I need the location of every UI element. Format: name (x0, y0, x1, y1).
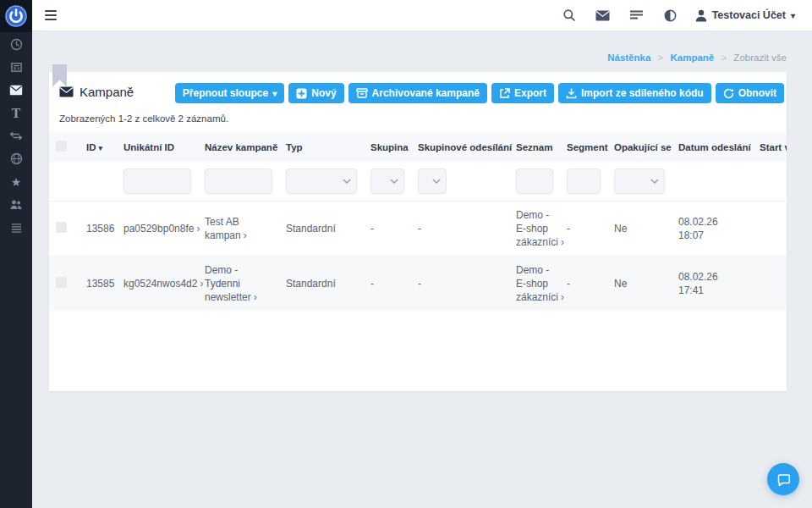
task-list-icon (629, 10, 644, 20)
column-header-segment[interactable]: Segment (560, 132, 607, 162)
archived-campaigns-button[interactable]: Archivované kampaně (348, 83, 487, 103)
campaigns-table: ID▾ Unikátní ID Název kampaně Typ Skupin… (49, 132, 787, 311)
envelope-icon (9, 85, 23, 96)
row-checkbox[interactable] (56, 277, 67, 288)
card-header: Kampaně Přepnout sloupce ▾ Nový Archivov… (49, 72, 787, 110)
chat-bubble-icon (776, 472, 792, 488)
sidebar-item-favorites[interactable]: ★ (0, 170, 32, 193)
campaigns-table-wrap: ID▾ Unikátní ID Název kampaně Typ Skupin… (49, 132, 787, 311)
export-button[interactable]: Export (491, 83, 554, 103)
sidebar-item-dashboard[interactable] (0, 33, 32, 56)
breadcrumb-current: Zobrazit vše (733, 52, 787, 63)
column-header-list[interactable]: Seznam (509, 132, 560, 162)
cell-group: - (364, 257, 411, 312)
sidebar-nav: T ★ (0, 32, 32, 239)
table-row: 13586 pa0529bp0n8fe› Test AB kampan› Sta… (49, 202, 787, 257)
column-header-name[interactable]: Název kampaně (198, 132, 279, 162)
envelope-icon (59, 86, 74, 97)
filter-recurring-select[interactable] (614, 168, 665, 194)
clock-icon (10, 38, 23, 51)
chevron-right-icon: › (200, 278, 203, 290)
filter-type-select[interactable] (286, 168, 357, 194)
sidebar-item-transfers[interactable] (0, 124, 32, 147)
cell-recurring: Ne (607, 257, 672, 312)
cell-id: 13585 (80, 257, 117, 312)
column-header-start[interactable]: Start v (753, 132, 787, 162)
refresh-button[interactable]: Obnovit (716, 83, 784, 103)
sidebar-item-pages[interactable] (0, 56, 32, 79)
chat-button[interactable] (767, 463, 799, 495)
sidebar: T ★ (0, 0, 32, 508)
import-shared-code-button[interactable]: Import ze sdíleného kódu (558, 83, 711, 103)
new-campaign-button[interactable]: Nový (288, 83, 343, 103)
account-menu[interactable]: Testovaci Účet ▾ (695, 9, 795, 22)
breadcrumb-home[interactable]: Nástěnka (607, 52, 650, 63)
column-header-recurring[interactable]: Opakující se (607, 132, 672, 162)
cell-campaign-name-link[interactable]: Demo - Tydenni newsletter› (205, 264, 257, 303)
cell-unique-id-link[interactable]: kg0524nwos4d2› (123, 278, 203, 290)
breadcrumb-section[interactable]: Kampaně (670, 52, 714, 63)
caret-down-icon: ▾ (791, 11, 795, 20)
import-icon (566, 88, 577, 99)
filter-list-input[interactable] (516, 168, 553, 194)
chevron-down-icon (390, 179, 398, 184)
sidebar-item-lists[interactable] (0, 216, 32, 239)
sort-desc-icon: ▾ (99, 144, 103, 152)
filter-unique-id-input[interactable] (123, 168, 191, 194)
table-row: 13585 kg0524nwos4d2› Demo - Tydenni news… (49, 257, 787, 312)
list-icon (10, 223, 23, 233)
account-name: Testovaci Účet (712, 9, 786, 21)
plus-icon (296, 88, 307, 99)
cell-campaign-name-link[interactable]: Test AB kampan› (205, 216, 247, 241)
column-header-type[interactable]: Typ (279, 132, 364, 162)
filter-row (49, 162, 787, 202)
filter-group-sending-select[interactable] (418, 168, 447, 194)
breadcrumb-separator: > (654, 52, 668, 63)
chevron-down-icon (432, 179, 441, 184)
chevron-right-icon: › (254, 291, 257, 303)
star-icon: ★ (11, 176, 22, 188)
filter-group-select[interactable] (370, 168, 404, 194)
transfer-arrows-icon (9, 130, 23, 141)
caret-down-icon: ▾ (272, 89, 277, 98)
chevron-right-icon: › (561, 291, 564, 303)
cell-sent-date: 08.02.26 17:41 (672, 257, 753, 312)
filter-name-input[interactable] (205, 168, 272, 194)
cell-type: Standardní (279, 202, 364, 257)
text-icon: T (12, 108, 20, 119)
contrast-button[interactable] (661, 6, 680, 25)
messages-button[interactable] (594, 6, 612, 25)
filter-segment-input[interactable] (567, 168, 601, 194)
select-all-checkbox[interactable] (56, 141, 67, 152)
cell-list-link[interactable]: Demo - E-shop zákazníci› (516, 264, 564, 303)
column-header-id[interactable]: ID▾ (80, 132, 117, 162)
search-button[interactable] (560, 6, 579, 25)
column-header-group[interactable]: Skupina (364, 132, 411, 162)
menu-toggle-button[interactable] (45, 10, 57, 20)
newspaper-icon (10, 61, 23, 74)
chevron-right-icon: › (244, 229, 247, 241)
sidebar-item-web[interactable] (0, 147, 32, 170)
table-header-row: ID▾ Unikátní ID Název kampaně Typ Skupin… (49, 132, 787, 162)
toggle-columns-button[interactable]: Přepnout sloupce ▾ (175, 83, 284, 103)
cell-type: Standardní (279, 257, 364, 312)
toolbar: Přepnout sloupce ▾ Nový Archivované kamp… (175, 83, 784, 103)
column-header-sent-date[interactable]: Datum odeslání (672, 132, 753, 162)
column-header-group-sending[interactable]: Skupinové odesílání (411, 132, 509, 162)
hamburger-icon (45, 10, 57, 12)
sidebar-item-campaigns[interactable] (0, 79, 32, 102)
cell-unique-id-link[interactable]: pa0529bp0n8fe› (123, 223, 200, 235)
sidebar-item-texts[interactable]: T (0, 102, 32, 124)
app-logo[interactable] (0, 0, 32, 32)
contrast-icon (664, 9, 677, 22)
power-logo-icon (5, 5, 27, 27)
globe-icon (10, 152, 23, 165)
chevron-down-icon (650, 179, 659, 184)
search-icon (562, 8, 576, 22)
sidebar-item-contacts[interactable] (0, 193, 32, 216)
cell-list-link[interactable]: Demo - E-shop zákazníci› (516, 209, 564, 248)
row-checkbox[interactable] (56, 222, 67, 233)
chevron-down-icon (343, 179, 351, 184)
column-header-unique-id[interactable]: Unikátní ID (117, 132, 198, 162)
tasks-button[interactable] (628, 6, 646, 25)
